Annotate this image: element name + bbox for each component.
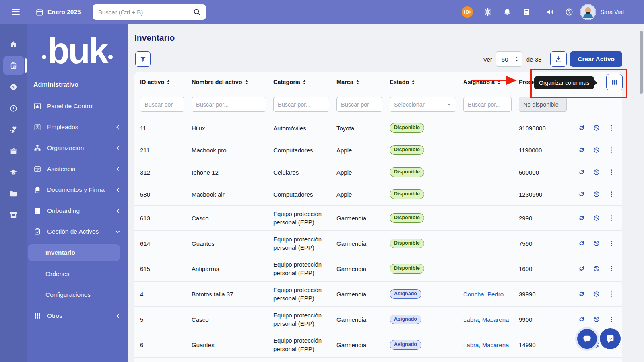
global-search[interactable] (93, 4, 206, 20)
more-icon[interactable] (607, 315, 615, 323)
sidebar-item-configuraciones[interactable]: Configuraciones (27, 284, 128, 305)
assigned-link[interactable]: Labra, Macarena (463, 315, 509, 324)
refresh-icon[interactable] (578, 315, 586, 323)
filter-input-id-activo[interactable] (140, 97, 184, 112)
column-header-asignado-a[interactable]: Asignado a (463, 79, 519, 85)
column-header-nombre-del-activo[interactable]: Nombre del activo (192, 79, 273, 85)
sidebar-item-otros[interactable]: Otros (27, 305, 128, 326)
more-icon[interactable] (607, 239, 615, 247)
rail-item-home[interactable] (3, 35, 24, 54)
filter-button[interactable] (135, 51, 151, 67)
scrollbar[interactable] (640, 31, 643, 94)
sort-icon[interactable] (302, 80, 307, 85)
refresh-icon[interactable] (578, 124, 586, 132)
settings-icon[interactable] (483, 8, 492, 16)
more-icon[interactable] (607, 190, 615, 198)
sidebar-item-organizacion[interactable]: Organización (27, 138, 128, 158)
assigned-link[interactable]: Labra, Macarena (463, 341, 509, 349)
filter-cell (273, 97, 336, 112)
history-icon[interactable] (592, 265, 601, 273)
avatar[interactable] (580, 4, 596, 20)
rail-item-gift[interactable] (3, 141, 24, 160)
sidebar-item-documentos-y-firma[interactable]: Documentos y Firma (27, 179, 128, 200)
sidebar-item-onboarding[interactable]: Onboarding (27, 200, 128, 221)
history-icon[interactable] (592, 290, 601, 298)
sort-icon[interactable] (166, 80, 171, 85)
download-button[interactable] (550, 51, 567, 67)
history-icon[interactable] (592, 146, 601, 154)
more-icon[interactable] (607, 214, 615, 222)
column-header-estado[interactable]: Estado (390, 79, 463, 85)
history-icon[interactable] (592, 190, 601, 198)
sort-icon[interactable] (355, 80, 360, 85)
refresh-icon[interactable] (578, 190, 586, 198)
sort-icon[interactable] (497, 80, 501, 85)
filter-input-categoria[interactable] (273, 97, 329, 112)
filter-input-nombre-del-activo[interactable] (192, 97, 266, 112)
assigned-link[interactable]: Concha, Pedro (463, 290, 504, 298)
more-icon[interactable] (607, 124, 615, 132)
help-icon[interactable] (565, 8, 574, 16)
filter-select-estado[interactable]: Seleccionar (390, 97, 456, 112)
sidebar-item-ordenes[interactable]: Órdenes (27, 263, 128, 284)
column-header-categoria[interactable]: Categoría (273, 79, 336, 85)
search-input[interactable] (93, 8, 193, 16)
page-size-select[interactable]: 50 (496, 51, 522, 67)
refresh-icon[interactable] (578, 146, 586, 154)
rail-item-graduation-cap[interactable] (3, 162, 24, 182)
history-icon[interactable] (592, 168, 601, 176)
sidebar-item-gestion-de-activos[interactable]: Gestión de Activos (27, 221, 128, 242)
cell-status: Disponible (390, 213, 463, 223)
rail-item-hand-heart[interactable] (3, 120, 24, 139)
sidebar-item-asistencia[interactable]: Asistencia (27, 158, 128, 179)
organize-columns-button[interactable] (606, 74, 623, 90)
user-name[interactable]: Sara Vial (600, 9, 624, 15)
announcements-icon[interactable] (545, 8, 554, 16)
rail-item-storefront[interactable] (3, 205, 24, 224)
rail-item-clipboard-clock[interactable] (3, 56, 24, 75)
rail-item-folder[interactable] (3, 184, 24, 203)
buk-logo: buk (27, 30, 128, 72)
more-icon[interactable] (607, 265, 615, 273)
news-icon[interactable] (522, 8, 531, 16)
filter-input-marca[interactable] (336, 97, 382, 112)
assist-icon[interactable] (462, 6, 473, 18)
rail-item-money[interactable]: $ (3, 77, 24, 97)
refresh-icon[interactable] (578, 168, 586, 176)
history-icon[interactable] (592, 124, 601, 132)
search-icon[interactable] (193, 8, 201, 16)
refresh-icon[interactable] (578, 239, 586, 247)
sidebar-item-empleados[interactable]: Empleados (27, 117, 128, 138)
history-icon[interactable] (592, 214, 601, 222)
column-header-id-activo[interactable]: ID activo (140, 79, 192, 85)
cell-id: 312 (140, 168, 192, 177)
sidebar-section-label: Administrativo (33, 81, 128, 88)
column-header-marca[interactable]: Marca (336, 79, 390, 85)
sidebar-item-label: Configuraciones (45, 291, 128, 298)
menu-icon[interactable] (12, 9, 20, 15)
period-selector[interactable]: Enero 2025 (35, 0, 81, 24)
notifications-icon[interactable] (503, 8, 512, 16)
sidebar-item-panel-de-control[interactable]: Panel de Control (27, 96, 128, 117)
history-icon[interactable] (592, 239, 601, 247)
more-icon[interactable] (607, 290, 615, 298)
history-icon[interactable] (592, 315, 601, 323)
refresh-icon[interactable] (578, 290, 586, 298)
sidebar-item-label: Asistencia (47, 165, 114, 173)
create-asset-button[interactable]: Crear Activo (570, 51, 622, 67)
filter-input-asignado-a[interactable] (463, 97, 512, 112)
chat-button[interactable] (577, 329, 597, 349)
refresh-icon[interactable] (578, 214, 586, 222)
filter-cell: Seleccionar (390, 97, 463, 112)
rail-item-clock[interactable] (3, 99, 24, 118)
sort-icon[interactable] (244, 80, 249, 85)
table-row: 312Iphone 12CelularesAppleDisponible5000… (134, 161, 622, 183)
sort-icon[interactable] (411, 80, 415, 85)
more-icon[interactable] (607, 146, 615, 154)
cell-category: Equipo protección personal (EPP) (273, 286, 336, 302)
sidebar-item-inventario[interactable]: Inventario (28, 244, 120, 261)
more-icon[interactable] (607, 168, 615, 176)
help-widget-button[interactable] (600, 328, 621, 349)
refresh-icon[interactable] (578, 265, 586, 273)
cell-category: Equipo protección personal (EPP) (273, 311, 336, 328)
